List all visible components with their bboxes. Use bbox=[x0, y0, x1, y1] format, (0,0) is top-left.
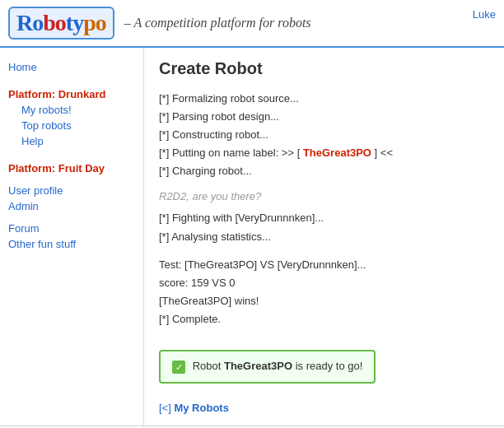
ready-pre: Robot bbox=[193, 360, 224, 372]
sidebar-top-robots[interactable]: Top robots bbox=[21, 118, 135, 133]
my-robots-label: My Robots bbox=[174, 402, 228, 414]
sidebar-user-profile[interactable]: User profile bbox=[8, 183, 135, 198]
log-line-2: [*] Parsing robot design... bbox=[159, 108, 489, 126]
ready-box: ✓ Robot TheGreat3PO is ready to go! bbox=[159, 350, 376, 384]
logo-ro: Ro bbox=[16, 10, 43, 35]
log-line-6: [*] Fighting with [VeryDrunnnken]... bbox=[159, 209, 489, 227]
header: Robotypo – A competition platform for ro… bbox=[0, 0, 504, 48]
sidebar-platform1-name[interactable]: Drunkard bbox=[58, 86, 106, 102]
log-line-1: [*] Formalizing robot source... bbox=[159, 90, 489, 108]
logo-area: Robotypo – A competition platform for ro… bbox=[8, 7, 311, 40]
log-section-2: [*] Fighting with [VeryDrunnnken]... [*]… bbox=[159, 209, 489, 245]
score-line: score: 159 VS 0 bbox=[159, 274, 489, 292]
sidebar-platform2-name[interactable]: Fruit Day bbox=[58, 160, 105, 176]
log-line-4: [*] Putting on name label: >> [ TheGreat… bbox=[159, 144, 489, 162]
sidebar-sub1: My robots! Top robots Help bbox=[8, 102, 135, 149]
page-title: Create Robot bbox=[159, 59, 489, 78]
main-layout: Home Platform: Drunkard My robots! Top r… bbox=[0, 48, 504, 426]
content: Create Robot [*] Formalizing robot sourc… bbox=[144, 48, 504, 426]
sidebar-home[interactable]: Home bbox=[8, 59, 135, 75]
test-line: Test: [TheGreat3PO] VS [VeryDrunnnken]..… bbox=[159, 256, 489, 274]
logo-bo: bo bbox=[43, 10, 66, 35]
log-section-3: Test: [TheGreat3PO] VS [VeryDrunnnken]..… bbox=[159, 256, 489, 328]
ready-robot-name: TheGreat3PO bbox=[224, 360, 292, 372]
tagline: – A competition platform for robots bbox=[124, 16, 311, 30]
logo-ty: ty bbox=[66, 10, 83, 35]
sidebar-platform1-prefix: Platform: bbox=[8, 88, 55, 100]
log-line-5: [*] Charging robot... bbox=[159, 162, 489, 180]
checkmark-icon: ✓ bbox=[172, 361, 185, 374]
robot-name-label: TheGreat3PO bbox=[303, 147, 371, 159]
sidebar-my-robots[interactable]: My robots! bbox=[21, 102, 135, 118]
sidebar-platform2-label: Platform: Fruit Day bbox=[8, 160, 135, 176]
logo-po: po bbox=[83, 10, 106, 35]
complete-line: [*] Complete. bbox=[159, 310, 489, 328]
user-link[interactable]: Luke bbox=[473, 8, 496, 21]
log-line-3: [*] Constructing robot... bbox=[159, 126, 489, 144]
sidebar-platform1-label: Platform: Drunkard bbox=[8, 86, 135, 102]
back-bracket: [<] bbox=[159, 402, 171, 414]
logo: Robotypo bbox=[8, 7, 114, 40]
sidebar-platform2-prefix: Platform: bbox=[8, 162, 55, 174]
wins-line: [TheGreat3PO] wins! bbox=[159, 292, 489, 310]
sidebar-forum[interactable]: Forum bbox=[8, 221, 135, 236]
sidebar-help[interactable]: Help bbox=[21, 133, 135, 149]
sidebar-admin[interactable]: Admin bbox=[8, 198, 135, 214]
wait-message: R2D2, are you there? bbox=[159, 190, 489, 202]
my-robots-link[interactable]: [<] My Robots bbox=[159, 402, 489, 414]
log-section-1: [*] Formalizing robot source... [*] Pars… bbox=[159, 90, 489, 180]
log-line-7: [*] Analysing statistics... bbox=[159, 228, 489, 246]
sidebar-other[interactable]: Other fun stuff bbox=[8, 236, 135, 252]
footer: Verilocos | Forum | Project | Blog | Abo… bbox=[0, 426, 504, 428]
sidebar: Home Platform: Drunkard My robots! Top r… bbox=[0, 48, 144, 426]
ready-post: is ready to go! bbox=[292, 360, 362, 372]
